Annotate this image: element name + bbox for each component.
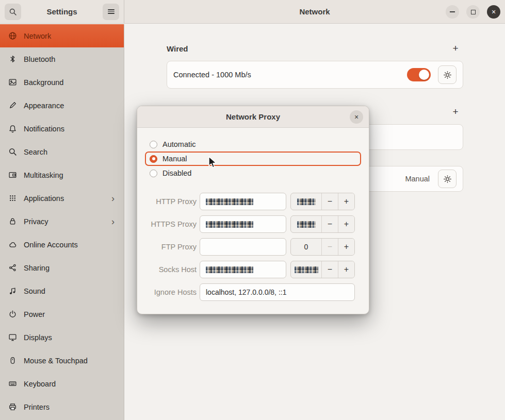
redacted-value xyxy=(206,221,253,228)
http-port-value[interactable] xyxy=(291,193,321,210)
proxy-mode-value: Manual xyxy=(405,175,430,183)
maximize-button[interactable] xyxy=(466,5,480,19)
minimize-icon xyxy=(450,11,455,12)
gear-icon xyxy=(443,71,452,79)
sidebar-item-keyboard[interactable]: Keyboard xyxy=(0,372,124,395)
http-proxy-row: HTTP Proxy − + xyxy=(145,193,361,210)
lock-icon xyxy=(8,217,17,226)
sidebar-item-network[interactable]: Network xyxy=(0,24,124,47)
sidebar-item-sharing[interactable]: Sharing xyxy=(0,256,124,279)
chevron-right-icon: › xyxy=(111,194,116,203)
ftp-proxy-input[interactable] xyxy=(200,238,286,256)
sidebar-item-displays[interactable]: Displays xyxy=(0,326,124,349)
redacted-value xyxy=(297,221,316,228)
search-button[interactable] xyxy=(5,4,21,20)
socks-port-decrement-button[interactable]: − xyxy=(321,261,338,278)
wired-status: Connected - 1000 Mb/s xyxy=(173,71,400,79)
proxy-option-manual[interactable]: Manual xyxy=(145,152,361,166)
ftp-port-spinner: 0 − + xyxy=(290,238,355,256)
power-icon xyxy=(8,310,17,318)
wired-toggle[interactable] xyxy=(407,68,431,81)
http-port-decrement-button[interactable]: − xyxy=(321,193,338,210)
multitasking-icon xyxy=(8,171,17,179)
socks-port-increment-button[interactable]: + xyxy=(338,261,354,278)
sidebar-item-mouse-touchpad[interactable]: Mouse & Touchpad xyxy=(0,349,124,372)
sidebar: Network Bluetooth Background Appearance … xyxy=(0,24,124,420)
add-wired-button[interactable]: + xyxy=(448,41,463,56)
wired-settings-button[interactable] xyxy=(438,65,457,84)
mouse-icon xyxy=(8,356,17,365)
radio-icon xyxy=(150,141,157,148)
sidebar-item-power[interactable]: Power xyxy=(0,303,124,326)
network-proxy-dialog: Network Proxy × Automatic Manual Disable… xyxy=(137,106,369,314)
network-icon xyxy=(8,31,17,40)
http-proxy-input[interactable] xyxy=(200,193,286,210)
chevron-right-icon: › xyxy=(111,217,116,226)
bluetooth-icon xyxy=(8,55,17,63)
https-proxy-row: HTTPS Proxy − + xyxy=(145,215,361,233)
printer-icon xyxy=(8,402,17,411)
toggle-knob xyxy=(419,70,429,80)
socks-host-label: Socks Host xyxy=(145,265,197,274)
sidebar-item-privacy[interactable]: Privacy › xyxy=(0,210,124,233)
sidebar-item-background[interactable]: Background xyxy=(0,71,124,94)
sidebar-title: Settings xyxy=(25,7,99,16)
sidebar-item-multitasking[interactable]: Multitasking xyxy=(0,163,124,187)
music-note-icon xyxy=(8,287,17,295)
http-port-increment-button[interactable]: + xyxy=(338,193,354,210)
minimize-button[interactable] xyxy=(446,5,459,19)
https-port-decrement-button[interactable]: − xyxy=(321,216,338,232)
sidebar-item-search[interactable]: Search xyxy=(0,140,124,163)
share-icon xyxy=(8,263,17,272)
cloud-icon xyxy=(8,240,17,249)
dialog-header: Network Proxy × xyxy=(137,106,369,128)
redacted-value xyxy=(206,266,253,273)
socks-port-value[interactable] xyxy=(291,261,321,278)
https-port-increment-button[interactable]: + xyxy=(338,216,354,232)
proxy-option-automatic[interactable]: Automatic xyxy=(145,137,361,152)
dialog-body: Automatic Manual Disabled HTTP Proxy − + xyxy=(137,128,369,314)
https-proxy-label: HTTPS Proxy xyxy=(145,220,197,228)
radio-icon xyxy=(150,155,157,163)
sidebar-item-bluetooth[interactable]: Bluetooth xyxy=(0,47,124,71)
bell-icon xyxy=(8,124,17,133)
sidebar-headerbar: Settings xyxy=(0,0,124,23)
wired-card: Connected - 1000 Mb/s xyxy=(167,61,463,89)
close-button[interactable]: × xyxy=(487,5,500,19)
ignore-hosts-input[interactable]: localhost, 127.0.0.0/8, ::1 xyxy=(200,283,355,301)
background-icon xyxy=(8,78,17,87)
sidebar-item-applications[interactable]: Applications › xyxy=(0,187,124,210)
ftp-port-decrement-button[interactable]: − xyxy=(321,239,338,255)
ignore-hosts-label: Ignore Hosts xyxy=(145,288,197,296)
settings-window: Settings Network × Network Bluetooth Bac… xyxy=(0,0,505,420)
main-headerbar: Network × xyxy=(124,0,505,23)
sidebar-item-sound[interactable]: Sound xyxy=(0,279,124,303)
sidebar-item-printers[interactable]: Printers xyxy=(0,395,124,418)
proxy-settings-button[interactable] xyxy=(438,170,457,188)
close-icon: × xyxy=(354,113,359,121)
ftp-proxy-label: FTP Proxy xyxy=(145,243,197,251)
sidebar-item-notifications[interactable]: Notifications xyxy=(0,117,124,140)
https-port-value[interactable] xyxy=(291,216,321,232)
sidebar-item-appearance[interactable]: Appearance xyxy=(0,94,124,117)
menu-button[interactable] xyxy=(103,4,119,20)
close-icon: × xyxy=(492,8,496,15)
https-port-spinner: − + xyxy=(290,215,355,233)
radio-icon xyxy=(150,170,157,177)
display-icon xyxy=(8,333,17,342)
socks-port-spinner: − + xyxy=(290,261,355,278)
proxy-option-disabled[interactable]: Disabled xyxy=(145,166,361,180)
window-controls: × xyxy=(446,5,500,19)
ftp-port-value[interactable]: 0 xyxy=(291,239,321,255)
add-vpn-button[interactable]: + xyxy=(448,105,463,119)
https-proxy-input[interactable] xyxy=(200,215,286,233)
wired-section-title: Wired xyxy=(167,44,188,53)
maximize-icon xyxy=(471,10,476,14)
ignore-hosts-row: Ignore Hosts localhost, 127.0.0.0/8, ::1 xyxy=(145,283,361,301)
socks-host-input[interactable] xyxy=(200,261,286,278)
dialog-close-button[interactable]: × xyxy=(350,110,363,124)
ftp-port-increment-button[interactable]: + xyxy=(338,239,354,255)
sidebar-item-online-accounts[interactable]: Online Accounts xyxy=(0,233,124,256)
http-proxy-label: HTTP Proxy xyxy=(145,197,197,206)
gear-icon xyxy=(443,175,452,183)
